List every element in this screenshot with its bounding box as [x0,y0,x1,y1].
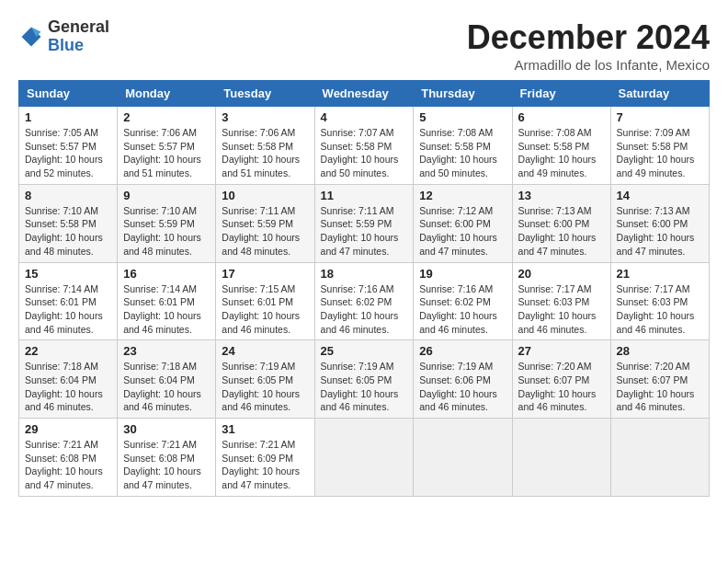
day-info: Sunrise: 7:14 AM Sunset: 6:01 PM Dayligh… [25,282,111,337]
logo-icon [18,24,44,50]
day-number: 24 [222,344,308,358]
calendar-day-cell: 24Sunrise: 7:19 AM Sunset: 6:05 PM Dayli… [216,340,314,419]
calendar-day-cell: 7Sunrise: 7:09 AM Sunset: 5:58 PM Daylig… [610,107,709,185]
day-info: Sunrise: 7:06 AM Sunset: 5:57 PM Dayligh… [123,126,210,180]
calendar-day-cell: 12Sunrise: 7:12 AM Sunset: 6:00 PM Dayli… [414,184,512,262]
calendar-day-cell: 5Sunrise: 7:08 AM Sunset: 5:58 PM Daylig… [414,107,512,185]
logo: General Blue [18,18,109,55]
calendar-week-row: 8Sunrise: 7:10 AM Sunset: 5:58 PM Daylig… [19,184,710,262]
calendar-day-cell: 3Sunrise: 7:06 AM Sunset: 5:58 PM Daylig… [216,107,314,185]
calendar-table: SundayMondayTuesdayWednesdayThursdayFrid… [18,80,710,497]
day-info: Sunrise: 7:08 AM Sunset: 5:58 PM Dayligh… [419,126,506,180]
day-number: 7 [617,110,703,124]
day-info: Sunrise: 7:21 AM Sunset: 6:08 PM Dayligh… [123,438,210,492]
day-of-week-header: Sunday [19,81,118,107]
calendar-week-row: 1Sunrise: 7:05 AM Sunset: 5:57 PM Daylig… [19,107,710,185]
day-number: 27 [518,344,605,358]
calendar-week-row: 22Sunrise: 7:18 AM Sunset: 6:04 PM Dayli… [19,340,710,419]
day-info: Sunrise: 7:21 AM Sunset: 6:09 PM Dayligh… [222,438,308,492]
calendar-day-cell: 9Sunrise: 7:10 AM Sunset: 5:59 PM Daylig… [118,184,216,262]
calendar-day-cell [512,419,610,497]
day-info: Sunrise: 7:19 AM Sunset: 6:05 PM Dayligh… [222,360,308,414]
day-info: Sunrise: 7:07 AM Sunset: 5:58 PM Dayligh… [321,126,408,180]
calendar-day-cell: 4Sunrise: 7:07 AM Sunset: 5:58 PM Daylig… [314,107,414,185]
calendar-day-cell: 13Sunrise: 7:13 AM Sunset: 6:00 PM Dayli… [512,184,610,262]
location: Armadillo de los Infante, Mexico [467,57,710,73]
calendar-day-cell: 30Sunrise: 7:21 AM Sunset: 6:08 PM Dayli… [118,419,216,497]
day-number: 10 [222,189,308,202]
calendar-day-cell: 14Sunrise: 7:13 AM Sunset: 6:00 PM Dayli… [610,184,709,262]
day-number: 22 [25,344,111,358]
day-info: Sunrise: 7:20 AM Sunset: 6:07 PM Dayligh… [617,360,703,414]
day-number: 8 [25,189,111,202]
calendar-day-cell: 23Sunrise: 7:18 AM Sunset: 6:04 PM Dayli… [118,340,216,419]
svg-marker-0 [22,27,41,46]
day-number: 11 [321,189,408,202]
day-info: Sunrise: 7:10 AM Sunset: 5:58 PM Dayligh… [25,204,111,259]
calendar-day-cell [610,419,709,497]
day-number: 18 [321,267,408,281]
calendar-day-cell: 16Sunrise: 7:14 AM Sunset: 6:01 PM Dayli… [118,262,216,340]
day-number: 21 [617,267,703,281]
calendar-day-cell: 25Sunrise: 7:19 AM Sunset: 6:05 PM Dayli… [314,340,414,419]
day-number: 9 [123,189,210,202]
day-info: Sunrise: 7:12 AM Sunset: 6:00 PM Dayligh… [419,204,506,259]
day-info: Sunrise: 7:16 AM Sunset: 6:02 PM Dayligh… [321,282,408,337]
day-info: Sunrise: 7:13 AM Sunset: 6:00 PM Dayligh… [617,204,703,259]
day-info: Sunrise: 7:10 AM Sunset: 5:59 PM Dayligh… [123,204,210,259]
calendar-day-cell: 29Sunrise: 7:21 AM Sunset: 6:08 PM Dayli… [19,419,118,497]
day-info: Sunrise: 7:18 AM Sunset: 6:04 PM Dayligh… [25,360,111,414]
day-number: 26 [419,344,506,358]
day-info: Sunrise: 7:11 AM Sunset: 5:59 PM Dayligh… [222,204,308,259]
calendar-day-cell: 26Sunrise: 7:19 AM Sunset: 6:06 PM Dayli… [414,340,512,419]
day-number: 13 [518,189,605,202]
day-number: 31 [222,422,308,436]
day-number: 1 [25,110,111,124]
calendar-day-cell: 22Sunrise: 7:18 AM Sunset: 6:04 PM Dayli… [19,340,118,419]
day-info: Sunrise: 7:17 AM Sunset: 6:03 PM Dayligh… [518,282,605,337]
day-number: 30 [123,422,210,436]
calendar-day-cell: 18Sunrise: 7:16 AM Sunset: 6:02 PM Dayli… [314,262,414,340]
day-number: 4 [321,110,408,124]
day-info: Sunrise: 7:17 AM Sunset: 6:03 PM Dayligh… [617,282,703,337]
day-info: Sunrise: 7:11 AM Sunset: 5:59 PM Dayligh… [321,204,408,259]
day-number: 15 [25,267,111,281]
day-info: Sunrise: 7:14 AM Sunset: 6:01 PM Dayligh… [123,282,210,337]
day-of-week-header: Thursday [414,81,512,107]
day-of-week-header: Friday [512,81,610,107]
day-number: 3 [222,110,308,124]
day-of-week-header: Wednesday [314,81,414,107]
day-number: 23 [123,344,210,358]
day-number: 6 [518,110,605,124]
day-number: 2 [123,110,210,124]
day-number: 19 [419,267,506,281]
day-of-week-header: Saturday [610,81,709,107]
day-number: 14 [617,189,703,202]
day-info: Sunrise: 7:13 AM Sunset: 6:00 PM Dayligh… [518,204,605,259]
day-number: 25 [321,344,408,358]
calendar-day-cell: 27Sunrise: 7:20 AM Sunset: 6:07 PM Dayli… [512,340,610,419]
day-info: Sunrise: 7:18 AM Sunset: 6:04 PM Dayligh… [123,360,210,414]
calendar-day-cell: 28Sunrise: 7:20 AM Sunset: 6:07 PM Dayli… [610,340,709,419]
day-info: Sunrise: 7:08 AM Sunset: 5:58 PM Dayligh… [518,126,605,180]
day-info: Sunrise: 7:06 AM Sunset: 5:58 PM Dayligh… [222,126,308,180]
calendar-day-cell [414,419,512,497]
month-title: December 2024 [467,18,710,57]
day-number: 16 [123,267,210,281]
day-info: Sunrise: 7:09 AM Sunset: 5:58 PM Dayligh… [617,126,703,180]
calendar-day-cell: 8Sunrise: 7:10 AM Sunset: 5:58 PM Daylig… [19,184,118,262]
day-number: 5 [419,110,506,124]
day-number: 29 [25,422,111,436]
calendar-week-row: 15Sunrise: 7:14 AM Sunset: 6:01 PM Dayli… [19,262,710,340]
calendar-header-row: SundayMondayTuesdayWednesdayThursdayFrid… [19,81,710,107]
calendar-day-cell [314,419,414,497]
day-info: Sunrise: 7:20 AM Sunset: 6:07 PM Dayligh… [518,360,605,414]
calendar-day-cell: 15Sunrise: 7:14 AM Sunset: 6:01 PM Dayli… [19,262,118,340]
day-info: Sunrise: 7:19 AM Sunset: 6:05 PM Dayligh… [321,360,408,414]
day-of-week-header: Tuesday [216,81,314,107]
calendar-day-cell: 20Sunrise: 7:17 AM Sunset: 6:03 PM Dayli… [512,262,610,340]
calendar-day-cell: 1Sunrise: 7:05 AM Sunset: 5:57 PM Daylig… [19,107,118,185]
title-block: December 2024 Armadillo de los Infante, … [467,18,710,73]
logo-blue: Blue [48,37,109,55]
calendar-day-cell: 21Sunrise: 7:17 AM Sunset: 6:03 PM Dayli… [610,262,709,340]
